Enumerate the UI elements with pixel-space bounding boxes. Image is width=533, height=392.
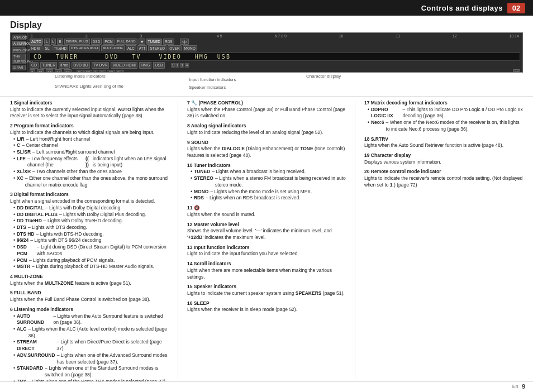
ind-att: ATT (137, 45, 147, 51)
ind-auto: AUTO (30, 39, 43, 45)
column-2: 7 🔧 (PHASE CONTROL) Lights when the Phas… (187, 100, 346, 379)
sec2-num: 2 Program format indicators (10, 123, 74, 128)
ann-listening-mode: Listening mode indicators (55, 74, 106, 79)
bullet-alc: ALC – Lights when the ALC (Auto level co… (13, 326, 169, 339)
header: Controls and displays 02 (0, 0, 533, 16)
section-5: 5 FULL BAND Lights when the Full Band Ph… (10, 290, 169, 303)
sec1-num: 1 Signal indicators (10, 100, 53, 106)
bullet-c: C – Center channel (13, 142, 169, 149)
bullet-dsdpcm: DSD PCM – Light during DSD (Direct Strea… (13, 244, 169, 257)
ind-l1: L (44, 39, 50, 45)
ann-char-display: Character display (306, 74, 341, 79)
ind-sl: SL (44, 45, 51, 51)
bullet-prologic: DDPRO LOGIC IIX – This lights to indicat… (368, 107, 523, 119)
ind-star: ★ (139, 39, 145, 45)
ind-hmg: HMG (139, 62, 151, 69)
section-17: 17 Matrix decoding format indicators DDP… (364, 100, 523, 133)
section-14: 14 Scroll indicators Light when there ar… (187, 261, 346, 280)
num-3: 3 (140, 34, 142, 38)
indicator-row-1: AUTO L L B DIGITAL PLUS DSD PCM FULL BAN… (30, 39, 520, 45)
section-3: 3 Digital format indicators Light when a… (10, 192, 169, 270)
bullet-pcm: PCM – Lights during playback of PCM sign… (13, 257, 169, 264)
section-13: 13 Input function indicators Light to in… (187, 245, 346, 257)
sec3-num: 3 Digital format indicators (10, 192, 69, 197)
sec19-num: 19 Character display (364, 152, 411, 158)
header-title: Controls and displays (8, 4, 507, 12)
footer: En 9 (0, 381, 533, 392)
num-6-9: 6 7 8 9 (275, 34, 287, 38)
ind-usb: USB (153, 62, 164, 69)
bullet-standard: STANDARD – Lights when one of the Standa… (13, 365, 169, 378)
display-main-panel: 1 2 3 4 5 6 7 8 9 10 11 12 13 14 AUTO L … (27, 33, 522, 72)
ind-mz: MULTI-ZONE (101, 45, 125, 51)
sec18-num: 18 S.RTRV (364, 136, 388, 142)
section-15: 15 Speaker indicators Lights to indicate… (187, 284, 346, 297)
sec17-num: 17 Matrix decoding format indicators (364, 100, 448, 106)
display-bottom-row: CD TUNER iPod DVD BD TV DVR VIDEO HDMI H… (30, 62, 520, 69)
ind-tuned: TUNED (146, 39, 162, 45)
ind-over: OVER (168, 45, 181, 51)
bullet-9624: 96/24 – Lights with DTS 96/24 decoding. (13, 237, 169, 244)
bullet-xlxr: XL/XR – Two channels other than the ones… (13, 169, 169, 175)
bullet-digital-plus: DD DIGITAL PLUS – Lights with Dolby Digi… (13, 212, 169, 218)
sec14-num: 14 Scroll indicators (187, 261, 231, 266)
bullet-dts: DTS – Lights with DTS decoding. (13, 224, 169, 231)
num-4: 4 5 (217, 34, 222, 38)
ind-digital-plus: DIGITAL PLUS (64, 39, 90, 45)
section-10: 10 Tuner indicators TUNED – Lights when … (187, 162, 346, 202)
section-7: 7 🔧 (PHASE CONTROL) Lights when the Phas… (187, 100, 346, 119)
char-display: CD TUNER DVD TV VIDEO HMG USB (30, 52, 520, 61)
bullet-mono: MONO – Lights when the mono mode is set … (191, 189, 346, 195)
ind-auto-surr: A.SURROUND (12, 41, 26, 46)
display-section: Display ANALOG A.SURROUND PROLOGIC THX S… (0, 16, 533, 97)
bullet-autosurr: AUTO SURROUND – Lights when the Auto Sur… (13, 313, 169, 326)
display-annotations: Listening mode indicators Input function… (10, 73, 523, 94)
ind-thx: THX SURROUND (12, 54, 26, 64)
bullet-mstr: MSTR – Lights during playback of DTS-HD … (13, 264, 169, 270)
bullet-dtshd: DTS HD – Lights with DTS-HD decoding. (13, 231, 169, 238)
footer-lang: En (512, 384, 518, 389)
level-indicators: 1 2 3 4 (171, 63, 189, 68)
column-3: 17 Matrix decoding format indicators DDP… (364, 100, 523, 379)
bullet-stereo: STEREO – Lights when a stereo FM broadca… (191, 175, 346, 188)
sec8-num: 8 Analog signal indicators (187, 123, 246, 128)
display-panel: ANALOG A.SURROUND PROLOGIC THX SURROUND … (10, 32, 523, 73)
ind-rds: RDS (163, 39, 174, 45)
chapter-badge: 02 (507, 3, 525, 13)
ind-pcm: PCM (103, 39, 114, 45)
display-title: Display (10, 20, 523, 30)
sec9-num: 9 SOUND (187, 140, 208, 145)
num-13: 13 14 (509, 34, 519, 38)
content-area: 1 Signal indicators Light to indicate th… (0, 97, 533, 381)
bullet-xc: XC – Either one channel other than the o… (13, 175, 169, 188)
ind-alc: ALC (126, 45, 136, 51)
ind-dsd: DSD (91, 39, 102, 45)
ind-ipod: iPod (59, 62, 70, 69)
display-number-row: 1 2 3 4 5 6 7 8 9 10 11 12 13 14 (30, 34, 520, 38)
main-content: Display ANALOG A.SURROUND PROLOGIC THX S… (0, 16, 533, 392)
num-11: 11 (396, 34, 400, 38)
sec11-num: 11 🔇 (187, 205, 200, 211)
ind-truehd: TrueHD (53, 45, 69, 51)
sec20-num: 20 Remote control mode indicator (364, 169, 441, 174)
section-4: 4 MULTI-ZONE Lights when the MULTI-ZONE … (10, 274, 169, 286)
display-left-panel: ANALOG A.SURROUND PROLOGIC THX SURROUND … (11, 33, 27, 72)
section-11: 11 🔇 Lights when the sound is muted. (187, 205, 346, 218)
bullet-rds: RDS – Lights when an RDS broadcast is re… (191, 195, 346, 202)
ind-analog: ANALOG (12, 35, 26, 40)
bullet-advsurr: ADV.SURROUND – Lights when one of the Ad… (13, 352, 169, 365)
sec7-num: 7 🔧 (PHASE CONTROL) (187, 100, 243, 106)
section-18: 18 S.RTRV Lights when the Auto Sound Ret… (364, 136, 523, 149)
ind-tuner: TUNER (40, 62, 57, 69)
section-1: 1 Signal indicators Light to indicate th… (10, 100, 169, 119)
sec10-num: 10 Tuner indicators (187, 162, 231, 168)
section-9: 9 SOUND Lights when the DIALOG E (Dialog… (187, 140, 346, 159)
ind-dts-hd: DTS HD ES 96/24 (69, 45, 100, 51)
bullet-lr: L/R – Left front/Right front channel (13, 136, 169, 143)
ind-b: B (57, 39, 63, 45)
ind-mono: MONO (183, 45, 197, 51)
ind-l2: L (51, 39, 56, 45)
ind-prologic: PROLOGIC (12, 47, 26, 53)
sec5-num: 5 FULL BAND (10, 290, 41, 295)
bullet-digital: DD DIGITAL – Lights with Dolby Digital d… (13, 205, 169, 212)
